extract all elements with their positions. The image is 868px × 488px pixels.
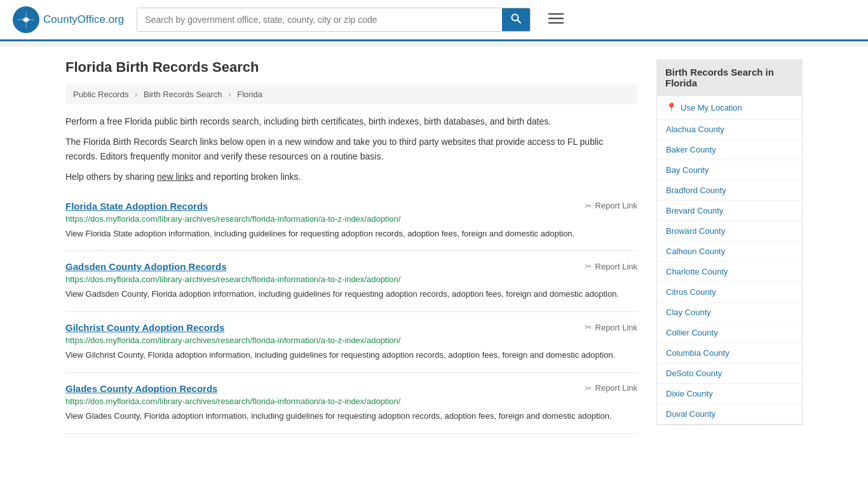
sidebar-county-charlotte-county[interactable]: Charlotte County: [657, 262, 802, 282]
result-card: Florida State Adoption Records ✂ Report …: [65, 191, 637, 252]
breadcrumb-florida: Florida: [237, 90, 262, 99]
report-icon-3: ✂: [585, 383, 592, 393]
sidebar-section: 📍 Use My Location Alachua CountyBaker Co…: [656, 96, 803, 425]
result-card-header: Gilchrist County Adoption Records ✂ Repo…: [65, 322, 637, 333]
result-card-header: Glades County Adoption Records ✂ Report …: [65, 383, 637, 394]
result-desc-0: View Florida State adoption information,…: [65, 227, 637, 241]
top-bar: [0, 41, 868, 46]
sidebar-county-alachua-county[interactable]: Alachua County: [657, 119, 802, 140]
sidebar: Birth Records Search in Florida 📍 Use My…: [656, 59, 803, 434]
result-card: Gadsden County Adoption Records ✂ Report…: [65, 251, 637, 312]
main-container: Florida Birth Records Search Public Reco…: [53, 46, 815, 434]
sidebar-county-desoto-county[interactable]: DeSoto County: [657, 363, 802, 384]
description-3: Help others by sharing new links and rep…: [65, 170, 637, 184]
use-my-location-link[interactable]: Use My Location: [681, 103, 742, 112]
results-list: Florida State Adoption Records ✂ Report …: [65, 191, 637, 434]
menu-button[interactable]: [543, 9, 569, 30]
site-header: CountyOffice.org: [0, 0, 868, 41]
result-url-1[interactable]: https://dos.myflorida.com/library-archiv…: [65, 274, 637, 284]
search-button[interactable]: [502, 8, 530, 31]
sidebar-county-collier-county[interactable]: Collier County: [657, 323, 802, 343]
report-link-1[interactable]: ✂ Report Link: [585, 261, 637, 271]
use-my-location[interactable]: 📍 Use My Location: [657, 96, 802, 119]
logo-text: CountyOffice.org: [43, 13, 124, 26]
breadcrumb: Public Records › Birth Records Search › …: [65, 85, 637, 104]
result-card: Gilchrist County Adoption Records ✂ Repo…: [65, 312, 637, 373]
result-url-3[interactable]: https://dos.myflorida.com/library-archiv…: [65, 396, 637, 406]
sidebar-county-calhoun-county[interactable]: Calhoun County: [657, 241, 802, 262]
result-card-header: Florida State Adoption Records ✂ Report …: [65, 201, 637, 212]
sidebar-county-columbia-county[interactable]: Columbia County: [657, 343, 802, 363]
result-desc-1: View Gadsden County, Florida adoption in…: [65, 288, 637, 301]
result-card: Glades County Adoption Records ✂ Report …: [65, 373, 637, 434]
breadcrumb-public-records[interactable]: Public Records: [73, 90, 128, 99]
svg-line-5: [518, 20, 521, 24]
result-title-0[interactable]: Florida State Adoption Records: [65, 201, 208, 212]
logo-icon: [13, 6, 39, 33]
report-icon-1: ✂: [585, 261, 592, 271]
result-desc-3: View Glades County, Florida adoption inf…: [65, 410, 637, 423]
content-area: Florida Birth Records Search Public Reco…: [65, 59, 637, 434]
site-logo[interactable]: CountyOffice.org: [13, 6, 124, 33]
location-icon: 📍: [666, 102, 677, 112]
sidebar-county-clay-county[interactable]: Clay County: [657, 302, 802, 323]
report-link-3[interactable]: ✂ Report Link: [585, 383, 637, 393]
description-2: The Florida Birth Records Search links b…: [65, 135, 637, 163]
result-title-1[interactable]: Gadsden County Adoption Records: [65, 261, 227, 272]
sidebar-county-brevard-county[interactable]: Brevard County: [657, 201, 802, 221]
sidebar-county-broward-county[interactable]: Broward County: [657, 221, 802, 241]
report-icon-2: ✂: [585, 322, 592, 332]
report-link-2[interactable]: ✂ Report Link: [585, 322, 637, 332]
new-links-link[interactable]: new links: [157, 172, 194, 182]
report-link-0[interactable]: ✂ Report Link: [585, 201, 637, 211]
search-bar: [137, 8, 531, 32]
sidebar-county-baker-county[interactable]: Baker County: [657, 140, 802, 160]
report-icon-0: ✂: [585, 201, 592, 211]
result-card-header: Gadsden County Adoption Records ✂ Report…: [65, 261, 637, 272]
sidebar-county-duval-county[interactable]: Duval County: [657, 404, 802, 424]
sidebar-county-bradford-county[interactable]: Bradford County: [657, 180, 802, 201]
result-desc-2: View Gilchrist County, Florida adoption …: [65, 349, 637, 362]
search-input[interactable]: [137, 8, 502, 31]
breadcrumb-birth-records-search[interactable]: Birth Records Search: [144, 90, 222, 99]
result-url-0[interactable]: https://dos.myflorida.com/library-archiv…: [65, 214, 637, 224]
sidebar-county-dixie-county[interactable]: Dixie County: [657, 384, 802, 404]
county-list: Alachua CountyBaker CountyBay CountyBrad…: [657, 119, 802, 424]
result-title-3[interactable]: Glades County Adoption Records: [65, 383, 217, 394]
page-title: Florida Birth Records Search: [65, 59, 637, 76]
result-url-2[interactable]: https://dos.myflorida.com/library-archiv…: [65, 336, 637, 345]
description-1: Perform a free Florida public birth reco…: [65, 114, 637, 128]
result-title-2[interactable]: Gilchrist County Adoption Records: [65, 322, 224, 333]
sidebar-county-citrus-county[interactable]: Citrus County: [657, 282, 802, 302]
sidebar-county-bay-county[interactable]: Bay County: [657, 160, 802, 180]
sidebar-title: Birth Records Search in Florida: [656, 59, 803, 96]
